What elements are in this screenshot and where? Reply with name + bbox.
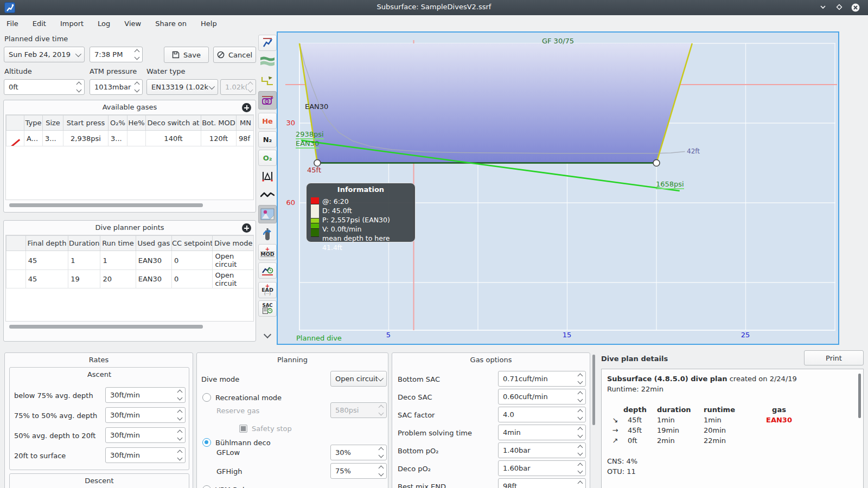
toolbar-scroll-down-button[interactable]	[258, 328, 277, 344]
col-used-gas[interactable]: Used gas	[136, 236, 171, 251]
planner-diver-button[interactable]	[258, 35, 277, 51]
dive-plan-textbox[interactable]: Subsurface (4.8.5.0) dive plan created o…	[601, 369, 864, 488]
menu-edit[interactable]: Edit	[33, 20, 46, 28]
menu-import[interactable]: Import	[60, 20, 84, 28]
problem-time-spinbox[interactable]: 4min	[498, 425, 586, 440]
tank-time-button[interactable]	[258, 91, 277, 110]
menu-share-on[interactable]: Share on	[155, 20, 187, 28]
altitude-spinbox[interactable]: 0ft	[4, 79, 85, 95]
maximize-button[interactable]	[833, 2, 845, 13]
best-mix-end-spinbox[interactable]: 98ft	[498, 478, 586, 488]
col-final-depth[interactable]: Final depth	[25, 236, 68, 251]
pt-cc-setpoint[interactable]: 0	[171, 251, 212, 270]
tank-bar-button[interactable]	[258, 226, 277, 242]
pt-duration[interactable]: 1	[68, 251, 100, 270]
col-deco-switch[interactable]: Deco switch at	[146, 115, 201, 131]
rate-spinbox[interactable]: 30ft/min	[105, 387, 186, 403]
ead-toggle-button[interactable]: + EAD (···)	[258, 282, 277, 298]
gases-hscrollbar[interactable]	[9, 203, 203, 207]
col-bot-mod[interactable]: Bot. MOD	[201, 115, 237, 131]
gas-he[interactable]	[127, 131, 146, 146]
points-hscrollbar[interactable]	[9, 325, 203, 329]
gas-deco-switch[interactable]: 140ft	[146, 131, 201, 146]
close-button[interactable]	[850, 2, 861, 13]
waves-button[interactable]	[258, 53, 277, 69]
deco-sac-spinbox[interactable]: 0.60cuft/min	[498, 389, 586, 404]
gas-type[interactable]: A...	[24, 131, 43, 146]
dive-date-combo[interactable]: Sun Feb 24, 2019	[4, 47, 85, 62]
menu-help[interactable]: Help	[201, 20, 217, 28]
bottom-po2-spinbox[interactable]: 1.40bar	[498, 442, 586, 458]
ead-icon: + EAD (···)	[261, 284, 273, 297]
ndl-time-button[interactable]	[258, 262, 277, 279]
pt-dive-mode[interactable]: Open circuit	[213, 251, 254, 270]
rate-spinbox[interactable]: 30ft/min	[105, 407, 186, 423]
vpmb-radio-row[interactable]: VPM-B deco	[202, 481, 257, 488]
dive-mode-combo[interactable]: Open circuit	[330, 371, 387, 387]
sac-factor-spinbox[interactable]: 4.0	[498, 407, 586, 422]
he-toggle-button[interactable]: He	[258, 113, 277, 129]
sac-toggle-button[interactable]: SAC	[258, 300, 277, 317]
add-point-button[interactable]	[242, 223, 251, 233]
col-mnd[interactable]: MN	[237, 115, 254, 131]
deco-po2-spinbox[interactable]: 1.60bar	[498, 460, 586, 476]
gas-o2[interactable]: 3...	[108, 131, 127, 146]
bottom-pane-vscrollbar[interactable]	[592, 355, 595, 425]
pt-used-gas[interactable]: EAN30	[136, 270, 171, 288]
col-o2[interactable]: O₂%	[108, 115, 127, 131]
delta-toggle-button[interactable]	[258, 168, 277, 184]
gflow-spinbox[interactable]: 30%	[330, 445, 387, 460]
print-button[interactable]: Print	[804, 350, 864, 365]
mod-toggle-button[interactable]: + MOD	[258, 244, 277, 260]
planned-dive-time-label: Planned dive time	[4, 35, 68, 43]
menu-log[interactable]: Log	[98, 20, 110, 28]
dive-profile-chart[interactable]: GF 30/75 30 60 5 15 25 EAN30 2938psi EAN…	[277, 31, 839, 345]
menu-view[interactable]: View	[124, 20, 141, 28]
details-vscrollbar[interactable]	[858, 374, 861, 418]
col-he[interactable]: He%	[127, 115, 146, 131]
col-run-time[interactable]: Run time	[100, 236, 136, 251]
gfhigh-spinbox[interactable]: 75%	[330, 463, 387, 479]
col-start-press[interactable]: Start press	[63, 115, 108, 131]
col-size[interactable]: Size	[43, 115, 63, 131]
gas-start-press[interactable]: 2,938psi	[63, 131, 108, 146]
ascent-title: Ascent	[10, 368, 189, 378]
save-button[interactable]: Save	[164, 47, 209, 63]
dive-time-spinbox[interactable]: 7:38 PM	[90, 47, 143, 62]
col-dive-mode[interactable]: Dive mode	[213, 236, 254, 251]
gas-size[interactable]: 3...	[43, 131, 63, 146]
bottom-sac-spinbox[interactable]: 0.71cuft/min	[498, 371, 586, 387]
pt-run-time[interactable]: 1	[100, 251, 136, 270]
n2-toggle-button[interactable]: N₂	[258, 131, 277, 147]
spin-arrows[interactable]	[135, 80, 139, 94]
spin-arrows[interactable]	[77, 80, 81, 94]
rate-spinbox[interactable]: 30ft/min	[105, 447, 186, 463]
atm-pressure-spinbox[interactable]: 1013mbar	[90, 79, 143, 95]
add-gas-button[interactable]	[242, 103, 251, 112]
spin-arrows[interactable]	[135, 47, 139, 62]
pt-final-depth[interactable]: 45	[25, 270, 68, 288]
cancel-button[interactable]: Cancel	[213, 47, 256, 63]
gas-mnd[interactable]: 98f	[237, 131, 254, 146]
water-type-combo[interactable]: EN13319 (1.02k	[146, 79, 218, 95]
o2-toggle-button[interactable]: O₂	[258, 150, 277, 166]
pt-run-time[interactable]: 20	[100, 270, 136, 288]
col-cc-setpoint[interactable]: CC setpoint	[171, 236, 212, 251]
profile-step-button[interactable]	[258, 73, 277, 89]
menu-file[interactable]: File	[7, 20, 18, 28]
recreational-radio[interactable]	[202, 393, 211, 402]
pt-dive-mode[interactable]: Open circuit	[213, 270, 254, 288]
vpmb-radio[interactable]	[202, 485, 211, 488]
pt-cc-setpoint[interactable]: 0	[171, 270, 212, 288]
gas-bot-mod[interactable]: 120ft	[201, 131, 237, 146]
heartrate-toggle-button[interactable]	[258, 187, 277, 203]
rate-spinbox[interactable]: 30ft/min	[105, 427, 186, 443]
minimize-button[interactable]	[817, 2, 829, 13]
pt-duration[interactable]: 19	[68, 270, 100, 288]
buhlmann-radio[interactable]	[202, 438, 211, 447]
photos-toggle-button[interactable]	[258, 205, 277, 223]
col-duration[interactable]: Duration	[68, 236, 100, 251]
pt-final-depth[interactable]: 45	[25, 251, 68, 270]
pt-used-gas[interactable]: EAN30	[136, 251, 171, 270]
col-type[interactable]: Type	[24, 115, 43, 131]
